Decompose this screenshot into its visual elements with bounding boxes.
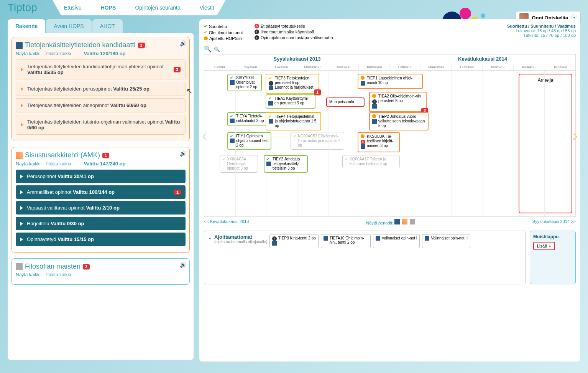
month-header: Marraskuu xyxy=(297,64,328,70)
course-tiep2[interactable]: TIEP2 Johdatus vuoro-vaikutteiseen tekno… xyxy=(369,112,429,130)
legend-method: !Opintojakson suoritustapa valitsematta xyxy=(255,35,333,40)
month-header: Joulukuu xyxy=(328,64,359,70)
hide-all-link[interactable]: Piilota kaikki xyxy=(46,161,71,167)
next-semester-link[interactable]: Syyslukukausi 2014 >> xyxy=(532,219,576,225)
section-thesis[interactable]: Opinnäytetyö Valittu 15/15 op xyxy=(16,233,186,246)
month-header: Kesäkuu xyxy=(514,64,545,70)
course-kq00ac52[interactable]: ✔KQ00AC52 Elävän mal-lin piirustus ja ma… xyxy=(291,132,344,150)
university-icon xyxy=(16,42,23,49)
unscheduled-item[interactable]: TIETA10 Ohjelmoin-nin.. tentti 2 op xyxy=(321,234,371,248)
selected-credits: Valittu 120/180 op xyxy=(84,51,125,56)
period-filter: Näytä periodit: xyxy=(366,219,415,225)
show-all-link[interactable]: Näytä kaikki xyxy=(16,272,41,277)
course-kksuluk[interactable]: ⊖KKSULUK Tie-teellinen kirjoitt-aminen 3… xyxy=(358,132,400,152)
period-other-icon[interactable] xyxy=(410,219,415,224)
month-header: Lokakuu xyxy=(266,64,297,70)
prev-semester-link[interactable]: << Kevätlukukausi 2013 xyxy=(204,219,249,225)
month-header: Maaliskuu xyxy=(421,64,452,70)
hide-all-link[interactable]: Piilota kaikki xyxy=(46,272,71,277)
degree-title: Filosofian maisteri xyxy=(25,262,80,271)
legend-noaccess: ⊖Et päässyt toteutukselle xyxy=(255,24,333,28)
section-subject-studies[interactable]: Tietojenkäsittelytieteiden aineopinnot V… xyxy=(16,98,186,112)
month-header: Helmikuu xyxy=(390,64,421,70)
unscheduled-box: ⌄ Ajoittamattomat (ajoita raahaamalla ai… xyxy=(204,231,526,284)
unscheduled-item[interactable]: Valinnaiset opin-not II xyxy=(422,234,470,248)
course-tiep4[interactable]: ✔TIEP4 Tietojärjestelmät ja ohjelmistotu… xyxy=(266,112,321,130)
degree-title: Sisustusarkkitehti (AMK) xyxy=(25,151,100,159)
unscheduled-item[interactable]: !TIEP3 Kirja-tentti 2 op xyxy=(269,234,319,248)
degree-title: Tietojenkäsittelytieteiden kandidaatti xyxy=(25,41,136,49)
section-common-studies[interactable]: Tietojenkäsittelytieteiden kandidaattioh… xyxy=(16,59,186,79)
month-header: Syyskuu xyxy=(235,64,266,70)
course-tiea1[interactable]: ✔TIEA1 Käyttöliittymi-en perusteet 5 op xyxy=(266,94,315,109)
collapse-icon[interactable]: ⌄ xyxy=(207,233,212,241)
top-nav: Etusivu HOPS Opintojen seuranta Viestit xyxy=(53,0,226,15)
cursor-icon: ↖ xyxy=(186,86,193,96)
notes-box: Muistilappu Lisää+ xyxy=(530,231,576,284)
month-header: Toukokuu xyxy=(483,64,514,70)
selected-credits: Valittu 147/240 op xyxy=(84,161,125,167)
month-header: Huhtikuu xyxy=(452,64,483,70)
degree-cs-bachelor: 🔊 Tietojenkäsittelytieteiden kandidaatti… xyxy=(11,37,190,141)
nav-hops[interactable]: HOPS xyxy=(101,5,116,11)
course-itiy1[interactable]: ✔ITIY1 Opintojen ohjattu suunnit-telu 2 … xyxy=(227,132,271,150)
zoom-in-icon[interactable]: 🔍 xyxy=(204,46,212,52)
nav-messages[interactable]: Viestit xyxy=(200,5,214,11)
course-sisyy003[interactable]: ✔SISYY003 Orientoivat opinnot 2 op xyxy=(227,74,262,91)
section-internship[interactable]: Harjoittelu Valittu 0/30 op xyxy=(16,217,186,230)
month-header: Tammikuu xyxy=(359,64,390,70)
badge-count: 1 xyxy=(102,153,109,158)
section-basic[interactable]: Perusopinnot Valittu 30/41 op xyxy=(16,170,186,183)
credit-summary: Suoritettu / Suunniteltu / Vaatimus Luku… xyxy=(507,24,576,41)
semester-spring: Kevätlukukausi 2014 xyxy=(390,54,575,64)
legend-enrolled: ✔Olet ilmoittautunut xyxy=(204,30,243,35)
legend-enroll-open: !Ilmoittautumisaika käynnissä xyxy=(255,30,333,34)
course-tiep3[interactable]: ✔!TIEP3 Tietokantojen perusteet 5 opLuen… xyxy=(266,74,319,94)
degree-philosophy-master: 🔊 Filosofian maisteri 3 Näytä kaikki Pii… xyxy=(11,258,190,285)
section-professional[interactable]: Ammatilliset opinnot Valittu 100/144 op1 xyxy=(16,185,186,199)
course-xx00ac54[interactable]: ✔XX00AC54 Orientoivat opinnot 3 op xyxy=(220,155,258,173)
zoom-out-icon[interactable]: 🔍 xyxy=(214,46,220,52)
expand-icon xyxy=(21,104,23,107)
course-tiep1[interactable]: TIEP1 Lausekielinen ohjel-mointi 10 op xyxy=(358,74,423,89)
course-tiey2[interactable]: ✔TIEY2 Johdatus tietojenkäsittely-tietei… xyxy=(264,155,308,173)
notes-title: Muistilappu xyxy=(533,234,572,239)
app-logo: Tiptop xyxy=(8,2,37,14)
period-amk-icon[interactable] xyxy=(402,219,407,224)
degree-interior-architect: 🔊 Sisustusarkkitehti (AMK) 1 Näytä kaikk… xyxy=(11,147,190,253)
legend-scheduled: Ajoitettu HOPSiin xyxy=(204,36,243,41)
absence-army[interactable]: Armeija xyxy=(519,74,572,213)
degree-icon xyxy=(16,263,23,270)
badge-count: 3 xyxy=(174,67,181,72)
expand-icon xyxy=(21,68,23,71)
semester-fall: Syyslukukausi 2013 xyxy=(204,54,390,64)
period-uni-icon[interactable] xyxy=(394,219,400,224)
expand-icon xyxy=(21,123,23,127)
tab-structure[interactable]: Rakenne xyxy=(8,19,45,33)
hide-all-link[interactable]: Piilota kaikki xyxy=(46,51,71,56)
expand-icon xyxy=(21,87,23,91)
section-basic-studies[interactable]: Tietojenkäsittelytieteiden perusopinnot … xyxy=(16,82,186,96)
amk-icon xyxy=(16,152,23,159)
nav-home[interactable]: Etusivu xyxy=(64,5,82,11)
course-tiey4[interactable]: ✔TIEY4 Tietotek-niikkataidot 3 op xyxy=(227,112,271,126)
month-header: Heinäkuu xyxy=(544,64,575,70)
section-elective-studies[interactable]: Tietojenkäsittelytieteiden tutkinto-ohje… xyxy=(16,115,186,135)
section-free-elective[interactable]: Vapaasti valittavat opinnot Valittu 2/10… xyxy=(16,201,186,215)
course-tiea2[interactable]: !TIEA2 Olio-ohjelmoin-nin perusteet 5 op… xyxy=(369,92,427,112)
show-all-link[interactable]: Näytä kaikki xyxy=(16,51,41,56)
tab-ahot[interactable]: AHOT xyxy=(92,19,123,33)
tab-open-hops[interactable]: Avoin HOPS xyxy=(46,19,91,33)
timeline: Syyslukukausi 2013 Kevätlukukausi 2014 E… xyxy=(204,54,576,217)
month-header: Elokuu xyxy=(204,64,235,70)
unscheduled-item[interactable]: Valinnaiset opin-not I xyxy=(373,234,420,248)
badge-count: 3 xyxy=(83,264,90,269)
show-all-link[interactable]: Näytä kaikki xyxy=(16,161,41,167)
add-note-button[interactable]: Lisää+ xyxy=(533,242,555,250)
legend-done: ✔Suoritettu xyxy=(204,24,243,29)
badge-count: 3 xyxy=(138,43,145,48)
nav-tracking[interactable]: Opintojen seuranta xyxy=(135,5,180,11)
course-kq00aa17[interactable]: ✔KQ00AA17 Taiteen ja kulttuurin historia… xyxy=(342,155,400,168)
